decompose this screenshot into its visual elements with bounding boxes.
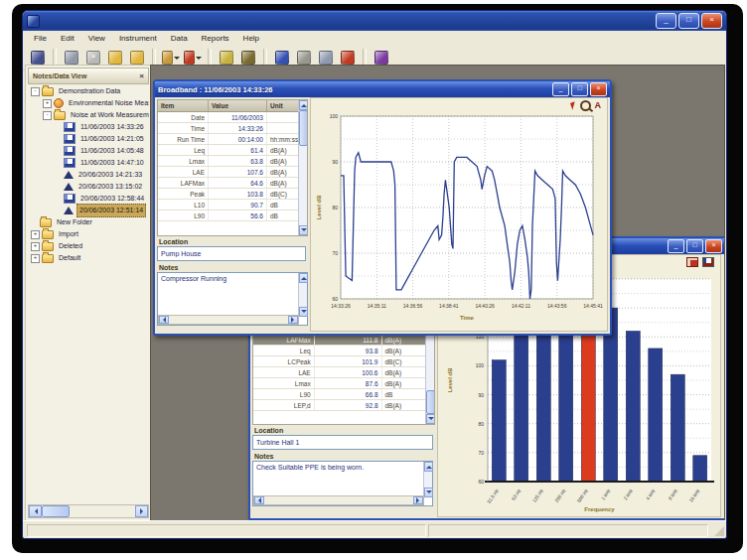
tree-item[interactable]: 20/06/2003 14:21:33 (28, 169, 149, 181)
table-row[interactable]: LEP,d92.8dB(A) (253, 400, 434, 411)
autoscale-icon[interactable]: A (595, 101, 602, 110)
octave-restore-button[interactable]: □ (686, 239, 703, 253)
octave-close-button[interactable]: × (705, 239, 722, 253)
menu-reports[interactable]: Reports (195, 33, 236, 44)
scroll-down-icon[interactable] (299, 225, 308, 235)
scroll-thumb[interactable] (299, 110, 308, 146)
table-row[interactable]: Date11/06/2003 (158, 112, 307, 123)
sidebar-close-icon[interactable]: × (139, 71, 144, 80)
scroll-left-icon[interactable] (29, 505, 42, 517)
expander-icon[interactable]: - (43, 111, 52, 120)
value-cell: 100.6 (314, 367, 381, 378)
notes-vertical-scrollbar[interactable] (298, 273, 307, 317)
octave-minimize-button[interactable]: _ (668, 239, 684, 253)
table-row[interactable]: LAE107.6dB(A) (158, 167, 307, 178)
svg-text:125 Hz: 125 Hz (531, 488, 544, 503)
broadband-titlebar[interactable]: Broadband : 11/06/2003 14:33:26 _ □ × (155, 81, 610, 97)
expander-icon[interactable]: + (31, 242, 40, 251)
scroll-left-icon[interactable] (254, 496, 264, 504)
mdi-area: Octave : 20/06/2003 12:51:14 _ □ × ItemV… (150, 65, 725, 521)
tree-item[interactable]: 11/06/2003 14:33:26 (28, 121, 149, 133)
tree-item[interactable]: 11/06/2003 14:21:05 (28, 133, 149, 145)
report-icon (341, 51, 355, 65)
expander-icon[interactable]: - (31, 87, 40, 96)
menu-file[interactable]: File (27, 33, 54, 44)
table-row[interactable]: Lmax63.8dB(A) (158, 156, 307, 167)
tree-item[interactable]: 20/06/2003 12:51:14 (28, 205, 149, 216)
close-button[interactable]: × (701, 13, 722, 29)
value-cell: 56.6 (209, 210, 267, 221)
notes-vertical-scrollbar[interactable] (423, 462, 432, 497)
scroll-down-icon[interactable] (299, 307, 308, 317)
tree-horizontal-scrollbar[interactable] (28, 504, 149, 518)
broadband-restore-button[interactable]: □ (571, 82, 588, 96)
table-row[interactable]: LCPeak101.9dB(C) (253, 356, 434, 367)
broadband-table-scrollbar[interactable] (298, 100, 307, 235)
scroll-thumb[interactable] (42, 505, 70, 517)
table-view-icon[interactable] (686, 257, 698, 267)
table-row[interactable]: Run Time00:14:00hh:mm:ss (158, 134, 307, 145)
tree-item[interactable]: 11/06/2003 14:47:10 (28, 157, 149, 169)
broadband-minimize-button[interactable]: _ (552, 82, 569, 96)
scroll-up-icon[interactable] (424, 462, 433, 472)
tree-item[interactable]: +Environmental Noise Meas (28, 97, 149, 109)
scroll-thumb[interactable] (426, 390, 435, 414)
value-cell: 101.9 (314, 356, 381, 367)
menu-data[interactable]: Data (164, 33, 195, 44)
location-input[interactable] (252, 435, 433, 450)
scroll-down-icon[interactable] (426, 414, 435, 424)
scroll-left-icon[interactable] (159, 316, 169, 324)
chart-view-icon[interactable] (702, 257, 714, 267)
notes-box[interactable]: Compressor Running (157, 272, 308, 326)
scroll-right-icon[interactable] (288, 316, 298, 324)
scroll-right-icon[interactable] (135, 505, 148, 517)
table-row[interactable]: LAFMax111.8dB(A) (253, 335, 434, 346)
print-icon (65, 51, 78, 65)
table-row[interactable]: L1090.7dB (158, 200, 307, 210)
table-row[interactable]: L9066.8dB (253, 389, 434, 400)
app-titlebar[interactable]: _ □ × (23, 11, 726, 31)
svg-text:60: 60 (332, 296, 338, 302)
table-row[interactable]: Lmax87.6dB(A) (253, 378, 434, 389)
tree-item[interactable]: New Folder (28, 216, 149, 228)
location-input[interactable] (157, 246, 306, 261)
table-row[interactable]: Time14:33:26 (158, 123, 307, 134)
tree-item[interactable]: +Default (28, 252, 149, 264)
tree-item[interactable]: 20/06/2003 13:15:02 (28, 181, 149, 193)
restore-button[interactable]: □ (678, 13, 699, 29)
column-header[interactable]: Value (209, 100, 267, 112)
notes-textarea[interactable]: Compressor Running (158, 273, 304, 320)
menu-view[interactable]: View (81, 33, 112, 44)
minimize-button[interactable]: _ (656, 13, 676, 29)
table-row[interactable]: L9056.6dB (158, 210, 307, 221)
table-row[interactable]: Peak103.8dB(C) (158, 189, 307, 200)
table-row[interactable]: Leq93.8dB(A) (253, 346, 434, 356)
scroll-up-icon[interactable] (299, 100, 308, 110)
tree-item[interactable]: +Deleted (28, 240, 149, 252)
table-row[interactable]: Leq61.4dB(A) (158, 145, 307, 156)
tree-item-label: 11/06/2003 14:05:48 (78, 145, 146, 157)
resize-grip[interactable] (714, 526, 724, 536)
tree-item[interactable]: -Demonstration Data (28, 85, 149, 97)
tree-item[interactable]: +Import (28, 228, 149, 240)
tree-item[interactable]: 11/06/2003 14:05:48 (28, 145, 149, 157)
notes-horizontal-scrollbar[interactable] (253, 495, 424, 505)
scroll-up-icon[interactable] (299, 273, 308, 283)
expander-icon[interactable]: + (43, 99, 52, 108)
expander-icon[interactable]: + (31, 230, 40, 239)
menu-instrument[interactable]: Instrument (112, 33, 164, 44)
tree-item[interactable]: -Noise at Work Measurem (28, 109, 149, 121)
menu-edit[interactable]: Edit (54, 33, 81, 44)
notes-box[interactable]: Check Suitable PPE is being worn. (252, 461, 433, 506)
table-row[interactable]: LAE100.6dB(A) (253, 367, 434, 378)
table-row[interactable]: LAFMax64.6dB(A) (158, 178, 307, 189)
pointer-icon[interactable] (569, 101, 576, 109)
scroll-right-icon[interactable] (413, 496, 423, 504)
zoom-icon[interactable] (580, 100, 591, 111)
notes-horizontal-scrollbar[interactable] (158, 315, 299, 325)
column-header[interactable]: Item (158, 100, 209, 112)
broadband-close-button[interactable]: × (590, 82, 607, 96)
scroll-down-icon[interactable] (424, 488, 433, 497)
expander-icon[interactable]: + (31, 254, 40, 263)
menu-help[interactable]: Help (236, 33, 266, 44)
